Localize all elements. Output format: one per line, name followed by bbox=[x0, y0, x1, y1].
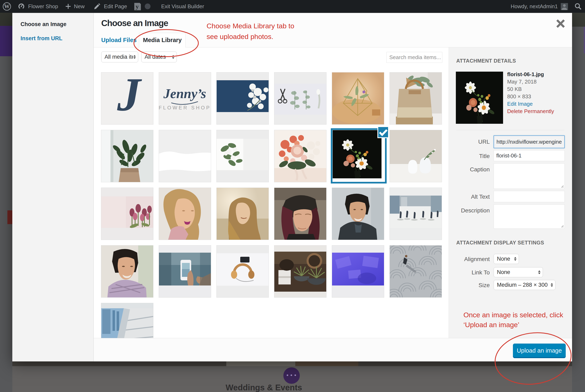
svg-text:W: W bbox=[4, 3, 10, 10]
svg-text:FLOWER SHOP: FLOWER SHOP bbox=[159, 105, 211, 110]
svg-text:Jenny’s: Jenny’s bbox=[163, 86, 206, 101]
svg-text:y: y bbox=[136, 3, 139, 10]
svg-text:J: J bbox=[117, 72, 142, 121]
